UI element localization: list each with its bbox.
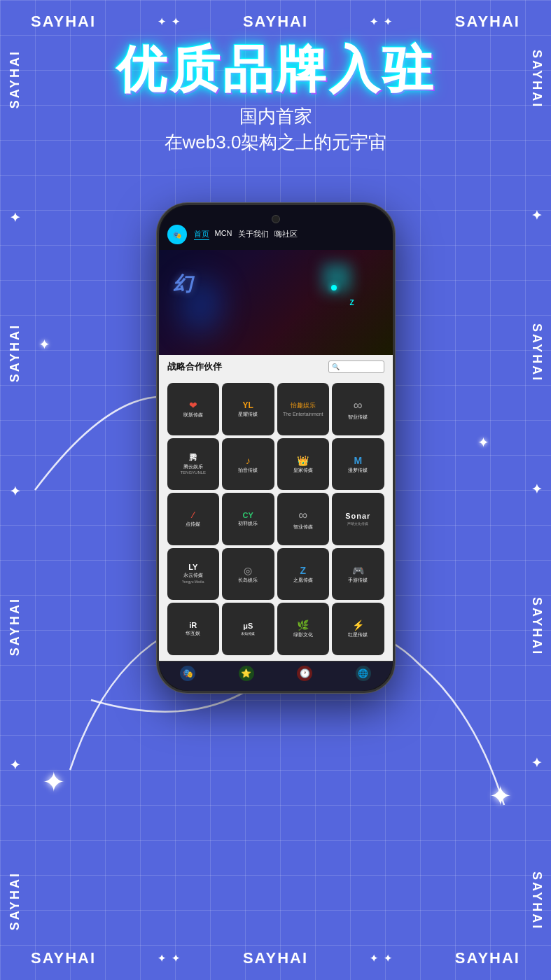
bottom-nav-item-4[interactable]: 🌐	[356, 666, 371, 681]
watermark-right-2: ✦	[529, 208, 544, 225]
watermark-bottom-text3: SAYHAI	[455, 949, 520, 967]
brand-name-13: 永云传媒Yongyu Media	[182, 573, 204, 584]
brand-name-12: 声呐文化传媒	[347, 522, 368, 526]
brand-icon-11: ∞	[298, 508, 307, 523]
phone-hero: 幻 Z	[159, 250, 393, 355]
brand-card-3[interactable]: 怡趣娱乐 The Entertainment	[277, 383, 330, 435]
brand-card-20[interactable]: ⚡ 红星传媒	[332, 603, 384, 655]
bottom-nav-item-1[interactable]: 🎭	[180, 666, 195, 681]
search-icon: 🔍	[332, 363, 340, 370]
phone-button-right	[393, 289, 395, 331]
nav-link-home[interactable]: 首页	[194, 229, 209, 240]
hero-glow2	[323, 264, 351, 292]
brand-card-14[interactable]: ◎ 长岛娱乐	[222, 548, 274, 601]
brand-card-18[interactable]: μS 未知传媒	[222, 603, 274, 655]
brand-icon-2: YL	[243, 400, 253, 410]
brand-card-17[interactable]: iR 华互娱	[167, 603, 220, 655]
watermark-top: SAYHAI ✦ ✦ SAYHAI ✦ ✦ SAYHAI	[0, 13, 551, 31]
brand-icon-15: Z	[300, 565, 306, 576]
brand-card-11[interactable]: ∞ 智业传媒	[277, 493, 330, 545]
brand-card-13[interactable]: LY 永云传媒Yongyu Media	[167, 548, 220, 601]
phone-screen: 🎭 首页 MCN 关于我们 嗨社区 幻 Z	[159, 205, 393, 691]
nav-link-mcn[interactable]: MCN	[215, 229, 232, 240]
brand-name-7: 皇家传媒	[293, 468, 313, 473]
bottom-nav-icon-3: 🕐	[297, 666, 312, 681]
nav-link-community[interactable]: 嗨社区	[274, 229, 298, 240]
watermark-left-6: ✦	[7, 755, 22, 772]
nav-link-about[interactable]: 关于我们	[238, 229, 269, 240]
sparkle-mid-right: ✦	[477, 434, 489, 451]
brand-icon-19: 🌿	[297, 620, 309, 631]
brand-icon-13: LY	[188, 563, 197, 571]
bottom-nav-item-2[interactable]: ⭐	[239, 666, 254, 681]
phone-outer: 🎭 首页 MCN 关于我们 嗨社区 幻 Z	[157, 203, 395, 693]
bottom-nav-icon-1: 🎭	[180, 666, 195, 681]
brand-name-17: 华互娱	[186, 631, 200, 636]
partners-search[interactable]: 🔍	[328, 360, 384, 373]
header-section: 优质品牌入驻 国内首家 在web3.0架构之上的元宇宙	[0, 42, 551, 155]
watermark-right-7: SAYHAI	[529, 872, 544, 930]
brand-card-10[interactable]: CY 初羽娱乐	[222, 493, 274, 545]
phone-button-left-bottom	[157, 307, 158, 331]
brand-name-3: The Entertainment	[283, 412, 323, 417]
brand-icon-6: ♪	[246, 455, 251, 466]
brand-name-2: 星耀传媒	[238, 412, 258, 417]
brand-name-11: 智业传媒	[293, 524, 313, 530]
brand-card-7[interactable]: 👑 皇家传媒	[277, 438, 330, 491]
nav-logo-icon: 🎭	[173, 231, 181, 239]
brand-name-1: 联新传媒	[183, 412, 203, 418]
brand-card-12[interactable]: Sonar 声呐文化传媒	[332, 493, 384, 545]
brand-icon-7: 👑	[297, 455, 309, 466]
sub-title1: 国内首家	[0, 104, 551, 129]
hero-glow-dot1	[331, 285, 337, 290]
watermark-left-3: SAYHAI	[8, 323, 22, 382]
nav-links: 首页 MCN 关于我们 嗨社区	[194, 229, 298, 240]
brand-icon-16: 🎮	[352, 565, 364, 576]
brand-name-10: 初羽娱乐	[238, 521, 258, 526]
brand-card-15[interactable]: Z 之凰传媒	[277, 548, 330, 601]
partners-section: 战略合作伙伴 🔍	[159, 355, 393, 383]
watermark-bottom-text: SAYHAI	[31, 949, 96, 967]
brand-icon-20: ⚡	[352, 620, 364, 631]
watermark-top-text3: SAYHAI	[455, 13, 520, 31]
partners-header: 战略合作伙伴 🔍	[167, 360, 384, 373]
brand-name-18: 未知传媒	[241, 631, 255, 636]
watermark-bottom: SAYHAI ✦ ✦ SAYHAI ✦ ✦ SAYHAI	[0, 949, 551, 967]
brand-card-19[interactable]: 🌿 绿影文化	[277, 603, 330, 655]
bottom-nav-icon-4: 🌐	[356, 666, 371, 681]
watermark-bottom-text2: SAYHAI	[243, 949, 308, 967]
brand-icon-18: μS	[243, 622, 253, 630]
partners-title: 战略合作伙伴	[167, 360, 222, 373]
hero-icon1: Z	[349, 299, 354, 307]
watermark-left-2: ✦	[7, 208, 22, 225]
sparkle-mid-left: ✦	[39, 336, 50, 353]
brand-card-8[interactable]: M 漫梦传媒	[332, 438, 384, 491]
star-deco3: ✦ ✦	[158, 953, 181, 964]
bottom-nav-item-3[interactable]: 🕐	[297, 666, 312, 681]
watermark-top-text: SAYHAI	[31, 13, 96, 31]
brand-name-19: 绿影文化	[293, 632, 313, 638]
brand-name-16: 手游传媒	[348, 578, 368, 583]
star-deco: ✦ ✦	[158, 16, 181, 27]
brand-name-6: 拍音传媒	[238, 468, 258, 473]
phone-bottom-nav: 🎭 ⭐ 🕐 🌐	[159, 661, 393, 685]
brand-card-6[interactable]: ♪ 拍音传媒	[222, 438, 274, 491]
brand-icon-17: iR	[189, 621, 197, 629]
brand-card-1[interactable]: ❤ 联新传媒	[167, 383, 220, 435]
brand-icon-5: 腾	[189, 452, 197, 463]
brand-icon-9: ∕	[193, 510, 194, 520]
brand-name-15: 之凰传媒	[293, 578, 313, 583]
brand-name-5: 腾云娱乐TENGYUNLE	[180, 464, 206, 476]
brand-card-4[interactable]: ∞ 智业传媒	[332, 383, 384, 435]
phone-camera	[272, 215, 280, 223]
star-deco4: ✦ ✦	[370, 953, 393, 964]
watermark-right-4: ✦	[529, 482, 544, 498]
brand-name-20: 红星传媒	[348, 632, 368, 638]
brand-icon-12: Sonar	[345, 512, 370, 520]
brand-card-2[interactable]: YL 星耀传媒	[222, 383, 274, 435]
brand-card-16[interactable]: 🎮 手游传媒	[332, 548, 384, 601]
brand-card-9[interactable]: ∕ 点传媒	[167, 493, 220, 545]
brand-card-5[interactable]: 腾 腾云娱乐TENGYUNLE	[167, 438, 220, 491]
watermark-left-7: SAYHAI	[8, 872, 22, 930]
watermark-left-5: SAYHAI	[8, 597, 22, 656]
